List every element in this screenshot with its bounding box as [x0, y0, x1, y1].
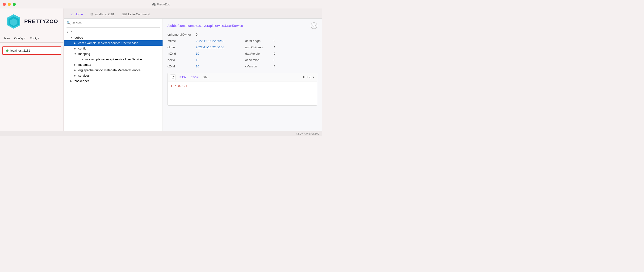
expand-arrow: ▼ — [70, 36, 74, 39]
search-input[interactable] — [72, 21, 160, 25]
field-dataversion: dataVersion 0 — [245, 52, 318, 55]
encoding-selector[interactable]: UTF-8 ▼ — [303, 76, 315, 79]
font-arrow: ▼ — [38, 37, 40, 40]
tab-localhost[interactable]: ⊡ localhost:2181 — [86, 10, 118, 18]
editor-tab-xml[interactable]: XML — [202, 75, 211, 79]
tree-node-zookeeper[interactable]: ▶ zookeeper — [64, 78, 162, 84]
tree-panel: 🔍 ▼ / ▼ dubbo — [64, 19, 163, 131]
logo-icon — [6, 13, 22, 30]
new-button[interactable]: New — [3, 36, 12, 41]
encoding-arrow: ▼ — [312, 76, 315, 79]
keyboard-icon: ⌨ — [122, 12, 127, 16]
expand-arrow: ▶ — [70, 80, 74, 82]
expand-arrow: ▶ — [74, 47, 77, 50]
terminal-icon: ⊡ — [90, 12, 93, 16]
tree-node-mapping[interactable]: ▼ mapping — [64, 51, 162, 56]
editor-tab-raw[interactable]: RAW — [178, 75, 188, 79]
tabs-bar: ⌂ Home ⊡ localhost:2181 ⌨ LetterCommand — [64, 8, 322, 19]
tree-node-config[interactable]: ▶ config — [64, 46, 162, 51]
editor-tab-json[interactable]: JSON — [189, 75, 200, 79]
connection-status-dot — [6, 49, 8, 52]
main-layout: PRETTYZOO New Config ▼ Font; ▼ localhost… — [0, 8, 322, 131]
sidebar-divider — [0, 42, 64, 43]
field-datalength: dataLength 9 — [245, 39, 318, 43]
field-czxid: cZxid 10 — [168, 65, 240, 68]
logo: PRETTYZOO — [6, 13, 58, 30]
home-icon: ⌂ — [71, 12, 73, 16]
power-button[interactable]: ⏻ — [311, 22, 317, 29]
selected-indicator — [64, 40, 64, 46]
font-button[interactable]: Font; ▼ — [28, 36, 42, 41]
field-ephemeralowner: ephemeralOwner 0 — [168, 33, 240, 36]
content-area: ⌂ Home ⊡ localhost:2181 ⌨ LetterCommand … — [64, 8, 322, 131]
tree-node-root[interactable]: ▼ / — [64, 29, 162, 35]
app-title: 🦓 PrettyZoo — [152, 2, 170, 6]
logo-text: PRETTYZOO — [24, 18, 58, 24]
expand-arrow: ▼ — [66, 31, 70, 33]
node-path: /dubbo/com.example.serverapi.service.Use… — [168, 24, 243, 27]
tab-home[interactable]: ⌂ Home — [68, 10, 86, 18]
expand-arrow: ▼ — [74, 52, 77, 55]
tree-node-metadata[interactable]: ▶ metadata — [64, 62, 162, 67]
tab-letter-command[interactable]: ⌨ LetterCommand — [118, 10, 154, 18]
editor-content[interactable]: 127.0.0.1 — [168, 82, 317, 105]
search-icon: 🔍 — [66, 21, 70, 25]
search-bar: 🔍 — [64, 19, 162, 27]
field-aclversion: aclVersion 0 — [245, 58, 318, 62]
maximize-button[interactable] — [13, 3, 16, 6]
footer: ©SDN ©WuPeS500 — [0, 131, 322, 136]
logo-area: PRETTYZOO — [0, 8, 64, 34]
panels: 🔍 ▼ / ▼ dubbo — [64, 19, 322, 131]
sidebar-toolbar: New Config ▼ Font; ▼ — [0, 34, 64, 42]
tree-content: ▼ / ▼ dubbo ▶ com.example.serverapi.serv… — [64, 27, 162, 131]
window-controls — [3, 3, 16, 6]
connection-name: localhost:2181 — [10, 49, 30, 52]
tree-node-dubbo[interactable]: ▼ dubbo — [64, 35, 162, 40]
detail-header: /dubbo/com.example.serverapi.service.Use… — [168, 22, 317, 29]
connection-item[interactable]: localhost:2181 — [2, 46, 61, 55]
editor-tabs: RAW JSON XML — [178, 75, 211, 79]
config-arrow: ▼ — [24, 37, 26, 40]
minimize-button[interactable] — [8, 3, 11, 6]
field-mtime: mtime 2022-11-16 22:56:53 — [168, 39, 240, 43]
content-editor: ↺ RAW JSON XML UTF-8 ▼ 127.0.0.1 — [168, 73, 317, 106]
tree-node-services[interactable]: ▶ services — [64, 73, 162, 78]
footer-copyright: ©SDN ©WuPeS500 — [296, 132, 319, 135]
expand-arrow: ▶ — [74, 63, 77, 66]
tree-node-metadataservice[interactable]: ▶ org.apache.dubbo.metadata.MetadataServ… — [64, 67, 162, 73]
detail-panel: /dubbo/com.example.serverapi.service.Use… — [163, 19, 322, 131]
field-numchildren: numChildren 4 — [245, 45, 318, 49]
field-mzxid: mZxid 10 — [168, 52, 240, 55]
titlebar: 🦓 PrettyZoo — [0, 0, 322, 8]
sidebar: PRETTYZOO New Config ▼ Font; ▼ localhost… — [0, 8, 64, 131]
field-pzxid: pZxid 15 — [168, 58, 240, 62]
tree-node-userservice[interactable]: ▶ com.example.serverapi.service.UserServ… — [64, 40, 162, 46]
tree-node-mapping-userservice[interactable]: com.example.serverapi.service.UserServic… — [64, 56, 162, 62]
expand-arrow: ▶ — [74, 42, 77, 44]
field-cversion: cVersion 4 — [245, 65, 318, 68]
config-button[interactable]: Config ▼ — [13, 36, 27, 41]
field-ctime: ctime 2022-11-16 22:56:53 — [168, 45, 240, 49]
refresh-button[interactable]: ↺ — [170, 74, 176, 80]
expand-arrow: ▶ — [74, 69, 77, 71]
expand-arrow: ▶ — [74, 74, 77, 77]
close-button[interactable] — [3, 3, 6, 6]
detail-fields: ephemeralOwner 0 mtime 2022-11-16 22:56:… — [168, 33, 317, 68]
connection-list: localhost:2181 — [0, 44, 64, 131]
editor-toolbar: ↺ RAW JSON XML UTF-8 ▼ — [168, 73, 317, 82]
